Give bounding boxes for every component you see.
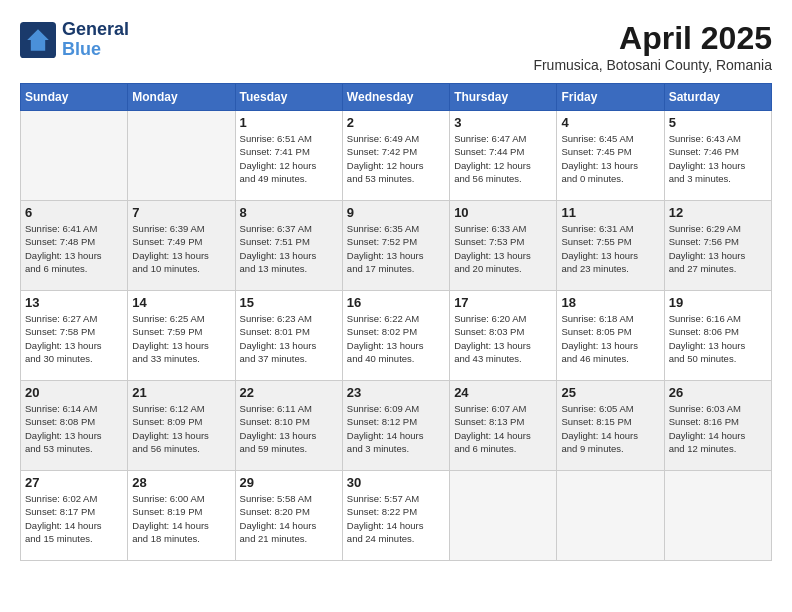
day-info: Sunrise: 6:12 AM Sunset: 8:09 PM Dayligh…	[132, 402, 230, 455]
day-number: 5	[669, 115, 767, 130]
day-number: 3	[454, 115, 552, 130]
day-info: Sunrise: 5:57 AM Sunset: 8:22 PM Dayligh…	[347, 492, 445, 545]
calendar-cell: 11Sunrise: 6:31 AM Sunset: 7:55 PM Dayli…	[557, 201, 664, 291]
day-info: Sunrise: 6:39 AM Sunset: 7:49 PM Dayligh…	[132, 222, 230, 275]
calendar-cell: 15Sunrise: 6:23 AM Sunset: 8:01 PM Dayli…	[235, 291, 342, 381]
day-info: Sunrise: 6:03 AM Sunset: 8:16 PM Dayligh…	[669, 402, 767, 455]
calendar-cell: 18Sunrise: 6:18 AM Sunset: 8:05 PM Dayli…	[557, 291, 664, 381]
day-number: 27	[25, 475, 123, 490]
day-number: 25	[561, 385, 659, 400]
day-number: 9	[347, 205, 445, 220]
calendar-cell: 6Sunrise: 6:41 AM Sunset: 7:48 PM Daylig…	[21, 201, 128, 291]
calendar-cell: 25Sunrise: 6:05 AM Sunset: 8:15 PM Dayli…	[557, 381, 664, 471]
day-info: Sunrise: 6:29 AM Sunset: 7:56 PM Dayligh…	[669, 222, 767, 275]
day-info: Sunrise: 6:14 AM Sunset: 8:08 PM Dayligh…	[25, 402, 123, 455]
day-number: 8	[240, 205, 338, 220]
calendar-cell	[557, 471, 664, 561]
day-number: 7	[132, 205, 230, 220]
day-info: Sunrise: 6:11 AM Sunset: 8:10 PM Dayligh…	[240, 402, 338, 455]
page-header: General Blue April 2025 Frumusica, Botos…	[20, 20, 772, 73]
day-info: Sunrise: 6:18 AM Sunset: 8:05 PM Dayligh…	[561, 312, 659, 365]
calendar-cell	[21, 111, 128, 201]
day-number: 11	[561, 205, 659, 220]
calendar-cell: 26Sunrise: 6:03 AM Sunset: 8:16 PM Dayli…	[664, 381, 771, 471]
day-number: 12	[669, 205, 767, 220]
calendar-week-row-2: 6Sunrise: 6:41 AM Sunset: 7:48 PM Daylig…	[21, 201, 772, 291]
calendar-cell: 16Sunrise: 6:22 AM Sunset: 8:02 PM Dayli…	[342, 291, 449, 381]
day-info: Sunrise: 6:25 AM Sunset: 7:59 PM Dayligh…	[132, 312, 230, 365]
day-number: 22	[240, 385, 338, 400]
day-info: Sunrise: 6:37 AM Sunset: 7:51 PM Dayligh…	[240, 222, 338, 275]
day-info: Sunrise: 6:49 AM Sunset: 7:42 PM Dayligh…	[347, 132, 445, 185]
calendar-week-row-1: 1Sunrise: 6:51 AM Sunset: 7:41 PM Daylig…	[21, 111, 772, 201]
calendar-cell: 12Sunrise: 6:29 AM Sunset: 7:56 PM Dayli…	[664, 201, 771, 291]
day-number: 13	[25, 295, 123, 310]
day-info: Sunrise: 6:43 AM Sunset: 7:46 PM Dayligh…	[669, 132, 767, 185]
day-info: Sunrise: 6:27 AM Sunset: 7:58 PM Dayligh…	[25, 312, 123, 365]
day-number: 30	[347, 475, 445, 490]
day-info: Sunrise: 6:16 AM Sunset: 8:06 PM Dayligh…	[669, 312, 767, 365]
calendar-header-monday: Monday	[128, 84, 235, 111]
day-info: Sunrise: 6:41 AM Sunset: 7:48 PM Dayligh…	[25, 222, 123, 275]
calendar-cell: 24Sunrise: 6:07 AM Sunset: 8:13 PM Dayli…	[450, 381, 557, 471]
logo-icon	[20, 22, 56, 58]
calendar-cell: 10Sunrise: 6:33 AM Sunset: 7:53 PM Dayli…	[450, 201, 557, 291]
logo: General Blue	[20, 20, 129, 60]
day-number: 4	[561, 115, 659, 130]
day-number: 2	[347, 115, 445, 130]
calendar-cell: 22Sunrise: 6:11 AM Sunset: 8:10 PM Dayli…	[235, 381, 342, 471]
day-number: 1	[240, 115, 338, 130]
day-number: 6	[25, 205, 123, 220]
calendar-cell: 5Sunrise: 6:43 AM Sunset: 7:46 PM Daylig…	[664, 111, 771, 201]
day-info: Sunrise: 6:45 AM Sunset: 7:45 PM Dayligh…	[561, 132, 659, 185]
day-info: Sunrise: 6:07 AM Sunset: 8:13 PM Dayligh…	[454, 402, 552, 455]
day-number: 17	[454, 295, 552, 310]
day-number: 10	[454, 205, 552, 220]
day-info: Sunrise: 6:33 AM Sunset: 7:53 PM Dayligh…	[454, 222, 552, 275]
title-section: April 2025 Frumusica, Botosani County, R…	[533, 20, 772, 73]
calendar-week-row-5: 27Sunrise: 6:02 AM Sunset: 8:17 PM Dayli…	[21, 471, 772, 561]
calendar-header-friday: Friday	[557, 84, 664, 111]
day-number: 15	[240, 295, 338, 310]
day-info: Sunrise: 5:58 AM Sunset: 8:20 PM Dayligh…	[240, 492, 338, 545]
calendar-cell: 19Sunrise: 6:16 AM Sunset: 8:06 PM Dayli…	[664, 291, 771, 381]
day-info: Sunrise: 6:31 AM Sunset: 7:55 PM Dayligh…	[561, 222, 659, 275]
day-info: Sunrise: 6:20 AM Sunset: 8:03 PM Dayligh…	[454, 312, 552, 365]
calendar-cell: 2Sunrise: 6:49 AM Sunset: 7:42 PM Daylig…	[342, 111, 449, 201]
calendar-cell: 29Sunrise: 5:58 AM Sunset: 8:20 PM Dayli…	[235, 471, 342, 561]
calendar-cell: 27Sunrise: 6:02 AM Sunset: 8:17 PM Dayli…	[21, 471, 128, 561]
day-number: 20	[25, 385, 123, 400]
day-number: 21	[132, 385, 230, 400]
day-number: 26	[669, 385, 767, 400]
calendar-cell	[664, 471, 771, 561]
day-number: 16	[347, 295, 445, 310]
calendar-cell	[128, 111, 235, 201]
calendar-table: SundayMondayTuesdayWednesdayThursdayFrid…	[20, 83, 772, 561]
calendar-cell: 1Sunrise: 6:51 AM Sunset: 7:41 PM Daylig…	[235, 111, 342, 201]
calendar-cell: 28Sunrise: 6:00 AM Sunset: 8:19 PM Dayli…	[128, 471, 235, 561]
calendar-cell: 8Sunrise: 6:37 AM Sunset: 7:51 PM Daylig…	[235, 201, 342, 291]
calendar-cell: 13Sunrise: 6:27 AM Sunset: 7:58 PM Dayli…	[21, 291, 128, 381]
day-number: 29	[240, 475, 338, 490]
day-info: Sunrise: 6:00 AM Sunset: 8:19 PM Dayligh…	[132, 492, 230, 545]
logo-text: General Blue	[62, 20, 129, 60]
calendar-header-row: SundayMondayTuesdayWednesdayThursdayFrid…	[21, 84, 772, 111]
day-info: Sunrise: 6:23 AM Sunset: 8:01 PM Dayligh…	[240, 312, 338, 365]
calendar-week-row-3: 13Sunrise: 6:27 AM Sunset: 7:58 PM Dayli…	[21, 291, 772, 381]
calendar-header-saturday: Saturday	[664, 84, 771, 111]
calendar-cell: 17Sunrise: 6:20 AM Sunset: 8:03 PM Dayli…	[450, 291, 557, 381]
calendar-cell: 4Sunrise: 6:45 AM Sunset: 7:45 PM Daylig…	[557, 111, 664, 201]
calendar-cell: 23Sunrise: 6:09 AM Sunset: 8:12 PM Dayli…	[342, 381, 449, 471]
day-info: Sunrise: 6:47 AM Sunset: 7:44 PM Dayligh…	[454, 132, 552, 185]
calendar-header-sunday: Sunday	[21, 84, 128, 111]
month-title: April 2025	[533, 20, 772, 57]
day-info: Sunrise: 6:05 AM Sunset: 8:15 PM Dayligh…	[561, 402, 659, 455]
day-info: Sunrise: 6:51 AM Sunset: 7:41 PM Dayligh…	[240, 132, 338, 185]
day-number: 23	[347, 385, 445, 400]
calendar-cell: 20Sunrise: 6:14 AM Sunset: 8:08 PM Dayli…	[21, 381, 128, 471]
calendar-week-row-4: 20Sunrise: 6:14 AM Sunset: 8:08 PM Dayli…	[21, 381, 772, 471]
calendar-cell: 21Sunrise: 6:12 AM Sunset: 8:09 PM Dayli…	[128, 381, 235, 471]
calendar-cell: 3Sunrise: 6:47 AM Sunset: 7:44 PM Daylig…	[450, 111, 557, 201]
subtitle: Frumusica, Botosani County, Romania	[533, 57, 772, 73]
calendar-body: 1Sunrise: 6:51 AM Sunset: 7:41 PM Daylig…	[21, 111, 772, 561]
